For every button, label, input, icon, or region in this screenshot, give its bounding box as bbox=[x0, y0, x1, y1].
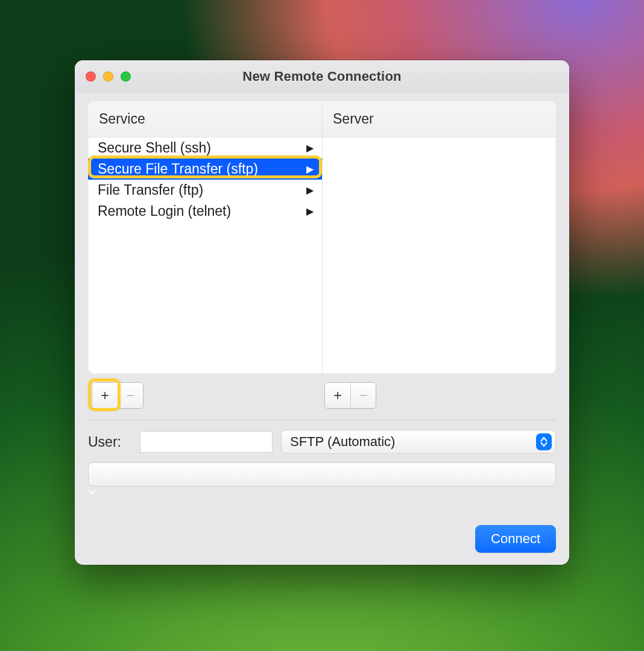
user-row: User: SFTP (Automatic) bbox=[88, 430, 556, 454]
chevron-right-icon: ▶ bbox=[306, 184, 314, 196]
window-content: Service Secure Shell (ssh) ▶ Secure File… bbox=[75, 101, 569, 553]
command-row bbox=[88, 462, 556, 497]
service-item-label: Secure Shell (ssh) bbox=[98, 140, 211, 156]
minus-icon: − bbox=[359, 387, 367, 404]
chevron-right-icon: ▶ bbox=[306, 163, 314, 175]
server-column: Server bbox=[322, 101, 556, 374]
chevron-down-icon[interactable] bbox=[88, 486, 95, 497]
service-add-remove: + − bbox=[92, 382, 144, 409]
remove-service-button[interactable]: − bbox=[118, 383, 143, 408]
chevron-right-icon: ▶ bbox=[306, 142, 314, 154]
add-server-button[interactable]: + bbox=[325, 383, 350, 408]
plus-icon: + bbox=[101, 387, 109, 404]
service-item-label: File Transfer (ftp) bbox=[98, 182, 203, 198]
new-remote-connection-window: New Remote Connection Service Secure She… bbox=[75, 60, 569, 565]
service-item-label: Secure File Transfer (sftp) bbox=[98, 161, 258, 177]
window-title: New Remote Connection bbox=[242, 69, 401, 84]
column-divider bbox=[322, 101, 323, 374]
add-service-button[interactable]: + bbox=[92, 383, 118, 408]
service-list[interactable]: Secure Shell (ssh) ▶ Secure File Transfe… bbox=[88, 137, 322, 374]
server-list[interactable] bbox=[322, 137, 556, 374]
command-combobox[interactable] bbox=[88, 462, 556, 486]
updown-stepper-icon bbox=[536, 433, 552, 450]
lists-panel: Service Secure Shell (ssh) ▶ Secure File… bbox=[88, 101, 556, 374]
minimize-window-button[interactable] bbox=[103, 72, 113, 82]
user-field[interactable] bbox=[140, 431, 273, 453]
service-column: Service Secure Shell (ssh) ▶ Secure File… bbox=[88, 101, 322, 374]
zoom-window-button[interactable] bbox=[121, 72, 131, 82]
service-item-ssh[interactable]: Secure Shell (ssh) ▶ bbox=[88, 137, 322, 159]
add-remove-row: + − + − bbox=[88, 382, 556, 409]
divider bbox=[88, 420, 556, 420]
server-add-remove: + − bbox=[324, 382, 376, 409]
traffic-lights bbox=[86, 72, 131, 82]
close-window-button[interactable] bbox=[86, 72, 96, 82]
titlebar: New Remote Connection bbox=[75, 60, 569, 93]
protocol-selected-label: SFTP (Automatic) bbox=[290, 434, 395, 450]
chevron-right-icon: ▶ bbox=[306, 206, 314, 217]
service-item-telnet[interactable]: Remote Login (telnet) ▶ bbox=[88, 201, 322, 222]
user-label: User: bbox=[88, 434, 131, 450]
connect-button[interactable]: Connect bbox=[475, 525, 556, 553]
service-item-ftp[interactable]: File Transfer (ftp) ▶ bbox=[88, 180, 322, 201]
service-column-header: Service bbox=[88, 101, 322, 137]
desktop-wallpaper: New Remote Connection Service Secure She… bbox=[0, 0, 644, 651]
service-item-sftp[interactable]: Secure File Transfer (sftp) ▶ bbox=[88, 159, 322, 180]
protocol-select[interactable]: SFTP (Automatic) bbox=[281, 430, 556, 454]
plus-icon: + bbox=[333, 387, 342, 404]
footer: Connect bbox=[88, 525, 556, 553]
server-column-header: Server bbox=[322, 101, 556, 137]
remove-server-button[interactable]: − bbox=[350, 383, 376, 408]
minus-icon: − bbox=[126, 387, 134, 404]
service-item-label: Remote Login (telnet) bbox=[98, 203, 231, 219]
